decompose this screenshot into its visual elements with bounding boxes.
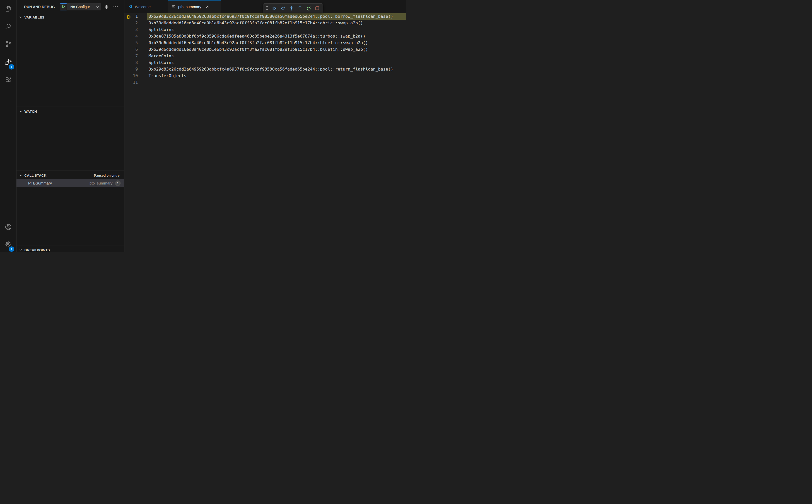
account-icon — [5, 223, 12, 231]
activity-item-source-control[interactable] — [0, 36, 16, 52]
debug-pause-status: Paused on entry — [94, 174, 120, 177]
section-label: WATCH — [24, 110, 37, 113]
chevron-down-icon[interactable] — [95, 3, 101, 10]
code-line-5[interactable]: 5 0xb39d6dddedd16ed8a40ce0b1e6b43c92acf0… — [124, 40, 406, 46]
stack-frame-badge: 1 — [115, 180, 121, 186]
debug-config-selected-value: No Configur — [70, 5, 90, 9]
line-number[interactable]: 5 — [124, 40, 138, 46]
code-text[interactable]: 0xb29d83c26cdd2a64959263abbcfc4a6937f0c9… — [147, 66, 406, 73]
search-icon — [5, 23, 12, 30]
activity-item-explorer[interactable] — [0, 1, 16, 17]
chevron-down-icon — [19, 174, 23, 177]
drag-grip-icon[interactable] — [265, 6, 269, 11]
start-debugging-button[interactable] — [60, 3, 67, 10]
sidebar-title: RUN AND DEBUG — [24, 0, 55, 14]
settings-button[interactable]: 1 — [0, 236, 16, 252]
code-line-10[interactable]: 10 TransferObjects — [124, 73, 406, 79]
section-header-call-stack[interactable]: CALL STACK Paused on entry — [16, 172, 124, 178]
line-number[interactable]: 9 — [124, 66, 138, 73]
stack-frame-name: PTBSummary — [28, 181, 52, 185]
section-label: VARIABLES — [24, 15, 44, 19]
vscode-logo-icon — [128, 4, 132, 9]
line-number[interactable]: 1 — [124, 13, 138, 20]
debug-stop-button[interactable] — [313, 4, 321, 12]
code-text[interactable]: TransferObjects — [147, 73, 406, 79]
code-line-4[interactable]: 4 0x8ae871505a80d8bf6bf9c05906cda6edfeea… — [124, 33, 406, 40]
section-header-breakpoints[interactable]: BREAKPOINTS — [16, 247, 124, 252]
close-icon[interactable] — [205, 4, 210, 9]
line-number[interactable]: 4 — [124, 33, 138, 40]
accounts-button[interactable] — [0, 219, 16, 235]
files-icon — [5, 5, 12, 12]
code-text[interactable]: 0xb39d6dddedd16ed8a40ce0b1e6b43c92acf0ff… — [147, 40, 406, 46]
line-number[interactable]: 8 — [124, 59, 138, 66]
code-text[interactable]: 0xb39d6dddedd16ed8a40ce0b1e6b43c92acf0ff… — [147, 20, 406, 26]
run-and-debug-sidebar: RUN AND DEBUG No Configur — [16, 0, 124, 252]
settings-update-badge: 1 — [9, 246, 14, 252]
code-text[interactable]: 0xb39d6dddedd16ed8a40ce0b1e6b43c92acf0ff… — [147, 46, 406, 53]
line-number[interactable]: 3 — [124, 26, 138, 33]
debug-step-out-button[interactable] — [296, 4, 304, 12]
extensions-icon — [5, 76, 12, 83]
git-branch-icon — [5, 41, 12, 47]
section-header-variables[interactable]: VARIABLES — [16, 14, 124, 20]
code-editor[interactable]: 1 0xb29d83c26cdd2a64959263abbcfc4a6937f0… — [124, 13, 406, 252]
debug-step-over-button[interactable] — [279, 4, 287, 12]
code-line-2[interactable]: 2 0xb39d6dddedd16ed8a40ce0b1e6b43c92acf0… — [124, 20, 406, 26]
debug-running-badge: 1 — [9, 64, 14, 70]
chevron-down-icon — [19, 110, 23, 113]
code-text[interactable]: MergeCoins — [147, 53, 406, 59]
call-stack-frame-row[interactable]: PTBSummary ptb_summary 1 — [16, 179, 124, 187]
line-number[interactable]: 10 — [124, 73, 138, 79]
section-label: BREAKPOINTS — [24, 248, 50, 252]
debug-gear-icon[interactable] — [103, 0, 110, 14]
stack-frame-file: ptb_summary — [89, 181, 112, 185]
code-line-11[interactable]: 11 — [124, 79, 406, 86]
debug-config-dropdown[interactable]: No Configur — [67, 3, 95, 10]
line-number[interactable]: 2 — [124, 20, 138, 26]
vscode-window: 1 — [0, 0, 406, 252]
tab-label: ptb_summary — [178, 5, 201, 9]
activity-item-extensions[interactable] — [0, 71, 16, 88]
debug-launch-control: No Configur — [60, 3, 101, 10]
play-icon — [61, 5, 65, 9]
more-actions-icon[interactable] — [112, 0, 120, 14]
section-divider — [16, 107, 124, 107]
tab-ptb-summary[interactable]: ptb_summary — [168, 0, 221, 13]
tab-label: Welcome — [135, 5, 151, 9]
activity-item-search[interactable] — [0, 18, 16, 35]
code-text[interactable]: SplitCoins — [147, 59, 406, 66]
activity-item-run-and-debug[interactable]: 1 — [0, 54, 16, 70]
chevron-down-icon — [19, 248, 23, 252]
code-line-7[interactable]: 7 MergeCoins — [124, 53, 406, 59]
code-line-9[interactable]: 9 0xb29d83c26cdd2a64959263abbcfc4a6937f0… — [124, 66, 406, 73]
code-line-1[interactable]: 1 0xb29d83c26cdd2a64959263abbcfc4a6937f0… — [124, 13, 406, 20]
code-text[interactable]: 0xb29d83c26cdd2a64959263abbcfc4a6937f0c9… — [147, 13, 406, 20]
chevron-down-icon — [19, 15, 23, 19]
debug-toolbar — [263, 3, 323, 13]
debug-continue-button[interactable] — [271, 4, 278, 12]
editor-area: Welcome ptb_summary — [124, 0, 406, 252]
line-number[interactable]: 11 — [124, 79, 138, 86]
code-line-3[interactable]: 3 SplitCoins — [124, 26, 406, 33]
code-line-6[interactable]: 6 0xb39d6dddedd16ed8a40ce0b1e6b43c92acf0… — [124, 46, 406, 53]
sidebar-header: RUN AND DEBUG No Configur — [16, 0, 124, 14]
activity-bar: 1 — [0, 0, 16, 252]
section-divider — [16, 245, 124, 245]
tab-welcome[interactable]: Welcome — [124, 0, 168, 13]
line-number[interactable]: 7 — [124, 53, 138, 59]
line-number[interactable]: 6 — [124, 46, 138, 53]
code-text[interactable]: 0x8ae871505a80d8bf6bf9c05906cda6edfeea46… — [147, 33, 406, 40]
code-line-8[interactable]: 8 SplitCoins — [124, 59, 406, 66]
file-list-icon — [172, 5, 176, 9]
debug-step-into-button[interactable] — [288, 4, 295, 12]
code-text[interactable]: SplitCoins — [147, 26, 406, 33]
debug-restart-button[interactable] — [305, 4, 312, 12]
section-header-watch[interactable]: WATCH — [16, 108, 124, 114]
section-label: CALL STACK — [24, 174, 46, 177]
